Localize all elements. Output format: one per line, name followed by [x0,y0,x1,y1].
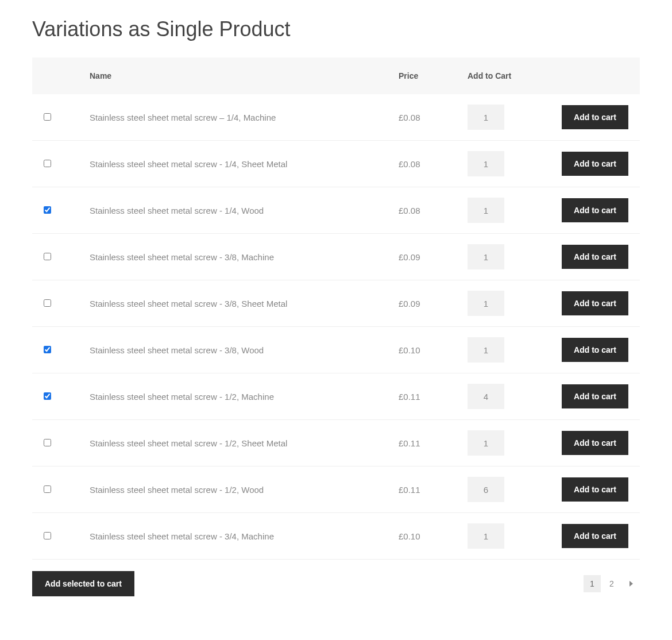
quantity-stepper[interactable] [468,523,504,549]
cell-action: Add to cart [548,373,640,420]
cell-quantity [456,327,548,373]
add-to-cart-button[interactable]: Add to cart [562,338,628,362]
cell-price: £0.11 [387,420,456,466]
cell-checkbox [32,327,78,373]
cell-name: Stainless steel sheet metal screw - 1/2,… [78,373,387,420]
chevron-right-icon [629,579,634,588]
cell-quantity [456,280,548,327]
table-row: Stainless steel sheet metal screw – 1/4,… [32,94,640,141]
row-checkbox[interactable] [44,113,51,121]
cell-action: Add to cart [548,327,640,373]
row-checkbox[interactable] [44,206,51,214]
table-row: Stainless steel sheet metal screw - 1/2,… [32,466,640,513]
cell-checkbox [32,513,78,560]
add-to-cart-button[interactable]: Add to cart [562,384,628,408]
row-checkbox[interactable] [44,532,51,539]
cell-price: £0.09 [387,234,456,280]
cell-price: £0.10 [387,513,456,560]
add-to-cart-button[interactable]: Add to cart [562,198,628,222]
cell-quantity [456,420,548,466]
cell-checkbox [32,280,78,327]
cell-checkbox [32,187,78,234]
cell-quantity [456,94,548,141]
header-action-col [548,57,640,94]
add-to-cart-button[interactable]: Add to cart [562,152,628,176]
quantity-stepper[interactable] [468,244,504,269]
cell-name: Stainless steel sheet metal screw - 3/4,… [78,513,387,560]
cell-action: Add to cart [548,280,640,327]
table-row: Stainless steel sheet metal screw - 3/4,… [32,513,640,560]
cell-price: £0.08 [387,94,456,141]
row-checkbox[interactable] [44,299,51,307]
cell-action: Add to cart [548,141,640,187]
cell-price: £0.09 [387,280,456,327]
row-checkbox[interactable] [44,392,51,400]
table-row: Stainless steel sheet metal screw - 3/8,… [32,327,640,373]
cell-quantity [456,141,548,187]
add-to-cart-button[interactable]: Add to cart [562,524,628,548]
table-row: Stainless steel sheet metal screw - 1/4,… [32,141,640,187]
table-row: Stainless steel sheet metal screw - 3/8,… [32,234,640,280]
quantity-stepper[interactable] [468,384,504,409]
quantity-stepper[interactable] [468,430,504,456]
quantity-stepper[interactable] [468,105,504,130]
cell-action: Add to cart [548,420,640,466]
cell-name: Stainless steel sheet metal screw - 3/8,… [78,327,387,373]
cell-quantity [456,187,548,234]
cell-action: Add to cart [548,187,640,234]
cell-name: Stainless steel sheet metal screw - 1/2,… [78,420,387,466]
cell-checkbox [32,420,78,466]
cell-action: Add to cart [548,466,640,513]
header-checkbox-col [32,57,78,94]
header-add-to-cart: Add to Cart [456,57,548,94]
cell-checkbox [32,141,78,187]
cell-name: Stainless steel sheet metal screw - 1/4,… [78,187,387,234]
page-button-1[interactable]: 1 [584,575,601,592]
cell-name: Stainless steel sheet metal screw – 1/4,… [78,94,387,141]
add-to-cart-button[interactable]: Add to cart [562,245,628,269]
quantity-stepper[interactable] [468,477,504,502]
product-variations-table-wrapper: Name Price Add to Cart Stainless steel s… [32,57,640,560]
add-selected-button[interactable]: Add selected to cart [32,571,134,596]
product-variations-table: Name Price Add to Cart Stainless steel s… [32,57,640,560]
page-title: Variations as Single Product [32,17,640,41]
cell-price: £0.11 [387,373,456,420]
cell-action: Add to cart [548,513,640,560]
quantity-stepper[interactable] [468,151,504,176]
add-to-cart-button[interactable]: Add to cart [562,105,628,129]
cell-name: Stainless steel sheet metal screw - 1/4,… [78,141,387,187]
cell-quantity [456,234,548,280]
row-checkbox[interactable] [44,439,51,446]
row-checkbox[interactable] [44,253,51,260]
table-row: Stainless steel sheet metal screw - 3/8,… [32,280,640,327]
cell-price: £0.11 [387,466,456,513]
page-next-button[interactable] [623,575,640,592]
pagination: 12 [584,575,640,592]
cell-price: £0.10 [387,327,456,373]
add-to-cart-button[interactable]: Add to cart [562,477,628,502]
cell-name: Stainless steel sheet metal screw - 3/8,… [78,280,387,327]
quantity-stepper[interactable] [468,198,504,223]
table-row: Stainless steel sheet metal screw - 1/4,… [32,187,640,234]
cell-name: Stainless steel sheet metal screw - 1/2,… [78,466,387,513]
row-checkbox[interactable] [44,485,51,493]
table-row: Stainless steel sheet metal screw - 1/2,… [32,420,640,466]
cell-quantity [456,513,548,560]
header-name: Name [78,57,387,94]
cell-name: Stainless steel sheet metal screw - 3/8,… [78,234,387,280]
page-button-2[interactable]: 2 [603,575,620,592]
row-checkbox[interactable] [44,160,51,167]
quantity-stepper[interactable] [468,337,504,363]
cell-checkbox [32,373,78,420]
add-to-cart-button[interactable]: Add to cart [562,431,628,455]
cell-price: £0.08 [387,187,456,234]
table-footer: Add selected to cart 12 [32,571,640,596]
table-row: Stainless steel sheet metal screw - 1/2,… [32,373,640,420]
cell-quantity [456,373,548,420]
cell-action: Add to cart [548,234,640,280]
header-price: Price [387,57,456,94]
quantity-stepper[interactable] [468,291,504,316]
cell-action: Add to cart [548,94,640,141]
row-checkbox[interactable] [44,346,51,353]
add-to-cart-button[interactable]: Add to cart [562,291,628,315]
